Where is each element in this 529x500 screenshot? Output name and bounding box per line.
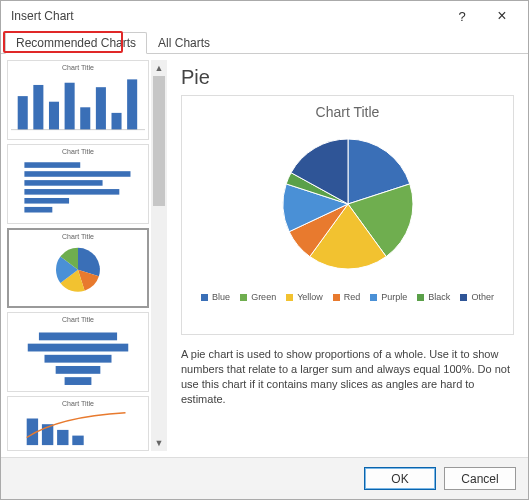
thumbnail-pareto[interactable]: Chart Title bbox=[7, 396, 149, 451]
column-chart-icon bbox=[11, 73, 145, 136]
pie-chart-icon bbox=[12, 242, 144, 303]
legend-label: Other bbox=[471, 292, 494, 302]
scroll-thumb[interactable] bbox=[153, 76, 165, 206]
svg-rect-9 bbox=[24, 162, 80, 168]
thumbnail-panel: Chart Title Chart Title bbox=[7, 60, 167, 451]
pie-chart-preview-icon bbox=[238, 124, 458, 284]
bar-chart-icon bbox=[11, 157, 145, 220]
svg-rect-19 bbox=[65, 377, 92, 385]
chart-preview[interactable]: Chart Title BlueGreenYellowRedPurpleBlac… bbox=[181, 95, 514, 335]
legend-item: Blue bbox=[201, 292, 230, 302]
legend-label: Purple bbox=[381, 292, 407, 302]
svg-rect-7 bbox=[127, 79, 137, 129]
scroll-up-icon[interactable]: ▲ bbox=[151, 60, 167, 76]
legend-item: Red bbox=[333, 292, 361, 302]
svg-rect-17 bbox=[45, 355, 112, 363]
svg-rect-2 bbox=[49, 102, 59, 130]
chart-type-heading: Pie bbox=[181, 66, 514, 89]
insert-chart-dialog: Insert Chart ? × Recommended Charts All … bbox=[0, 0, 529, 500]
svg-rect-6 bbox=[112, 113, 122, 130]
scroll-down-icon[interactable]: ▼ bbox=[151, 435, 167, 451]
legend-label: Yellow bbox=[297, 292, 323, 302]
preview-panel: Pie Chart Title BlueGreenYellowRedPurple… bbox=[173, 60, 522, 451]
legend-item: Black bbox=[417, 292, 450, 302]
legend-swatch-icon bbox=[333, 294, 340, 301]
legend-swatch-icon bbox=[370, 294, 377, 301]
tab-strip: Recommended Charts All Charts bbox=[1, 31, 528, 54]
legend-swatch-icon bbox=[286, 294, 293, 301]
titlebar: Insert Chart ? × bbox=[1, 1, 528, 31]
thumbnail-title: Chart Title bbox=[62, 233, 94, 240]
ok-button[interactable]: OK bbox=[364, 467, 436, 490]
svg-rect-23 bbox=[72, 436, 83, 446]
thumbnail-funnel[interactable]: Chart Title bbox=[7, 312, 149, 392]
svg-rect-18 bbox=[56, 366, 101, 374]
legend-item: Green bbox=[240, 292, 276, 302]
svg-rect-22 bbox=[57, 430, 68, 445]
legend-label: Black bbox=[428, 292, 450, 302]
legend-swatch-icon bbox=[201, 294, 208, 301]
svg-rect-16 bbox=[28, 344, 129, 352]
dialog-footer: OK Cancel bbox=[1, 457, 528, 499]
dialog-title: Insert Chart bbox=[11, 9, 442, 23]
legend-label: Green bbox=[251, 292, 276, 302]
legend-item: Yellow bbox=[286, 292, 323, 302]
pareto-chart-icon bbox=[11, 409, 145, 447]
svg-rect-10 bbox=[24, 171, 130, 177]
svg-rect-1 bbox=[33, 85, 43, 130]
funnel-chart-icon bbox=[11, 325, 145, 388]
svg-rect-12 bbox=[24, 189, 119, 195]
svg-rect-3 bbox=[65, 83, 75, 130]
chart-title: Chart Title bbox=[316, 104, 380, 120]
thumbnail-title: Chart Title bbox=[62, 400, 94, 407]
chart-description: A pie chart is used to show proportions … bbox=[181, 347, 514, 406]
thumbnail-list: Chart Title Chart Title bbox=[7, 60, 151, 451]
legend-swatch-icon bbox=[417, 294, 424, 301]
svg-rect-11 bbox=[24, 180, 102, 186]
svg-rect-4 bbox=[80, 107, 90, 129]
thumbnail-title: Chart Title bbox=[62, 148, 94, 155]
legend-label: Red bbox=[344, 292, 361, 302]
thumbnail-clustered-column[interactable]: Chart Title bbox=[7, 60, 149, 140]
scroll-track[interactable] bbox=[151, 76, 167, 435]
svg-rect-0 bbox=[18, 96, 28, 130]
thumbnail-title: Chart Title bbox=[62, 64, 94, 71]
chart-legend: BlueGreenYellowRedPurpleBlackOther bbox=[201, 292, 494, 302]
legend-item: Purple bbox=[370, 292, 407, 302]
svg-rect-15 bbox=[39, 332, 117, 340]
close-button[interactable]: × bbox=[482, 2, 522, 30]
legend-label: Blue bbox=[212, 292, 230, 302]
legend-swatch-icon bbox=[460, 294, 467, 301]
thumbnail-clustered-bar[interactable]: Chart Title bbox=[7, 144, 149, 224]
thumbnail-title: Chart Title bbox=[62, 316, 94, 323]
legend-swatch-icon bbox=[240, 294, 247, 301]
dialog-body: Chart Title Chart Title bbox=[1, 54, 528, 457]
thumbnail-scrollbar[interactable]: ▲ ▼ bbox=[151, 60, 167, 451]
svg-rect-13 bbox=[24, 198, 69, 204]
thumbnail-pie[interactable]: Chart Title bbox=[7, 228, 149, 308]
tab-recommended-charts[interactable]: Recommended Charts bbox=[5, 32, 147, 54]
tab-all-charts[interactable]: All Charts bbox=[147, 32, 221, 54]
svg-rect-5 bbox=[96, 87, 106, 129]
legend-item: Other bbox=[460, 292, 494, 302]
cancel-button[interactable]: Cancel bbox=[444, 467, 516, 490]
svg-rect-14 bbox=[24, 207, 52, 213]
help-button[interactable]: ? bbox=[442, 2, 482, 30]
